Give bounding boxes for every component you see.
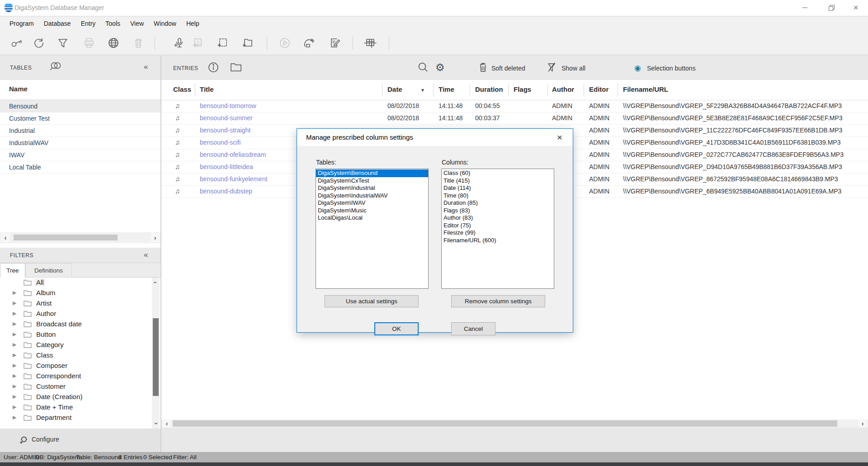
- column-divider[interactable]: [584, 83, 584, 97]
- dialog-table-option[interactable]: LocalDigas\Local: [316, 214, 428, 222]
- dialog-close-icon[interactable]: ×: [553, 131, 566, 144]
- show-all-label[interactable]: Show all: [561, 65, 585, 72]
- col-header-class[interactable]: Class: [173, 85, 191, 93]
- col-header-time[interactable]: Time: [439, 85, 454, 93]
- dialog-column-option[interactable]: Duration (85): [442, 199, 554, 207]
- cancel-button[interactable]: Cancel: [451, 322, 495, 335]
- expand-arrow-icon[interactable]: ▶: [13, 311, 16, 316]
- entry-title[interactable]: bensound-tomorrow: [200, 102, 256, 109]
- entry-title[interactable]: bensound-summer: [200, 114, 253, 122]
- column-divider[interactable]: [508, 83, 509, 97]
- col-header-editor[interactable]: Editor: [589, 85, 609, 93]
- dialog-tables-listbox[interactable]: DigaSystem\Bensound DigaSystem\CxTest Di…: [316, 169, 429, 289]
- folder-icon[interactable]: [230, 63, 242, 74]
- broadcast-icon[interactable]: [302, 36, 316, 50]
- tab-definitions[interactable]: Definitions: [25, 263, 72, 278]
- collapse-filters-icon[interactable]: «: [144, 250, 148, 259]
- tree-item[interactable]: ▶ Correspondent: [0, 371, 160, 381]
- tree-item[interactable]: ▶ Date + Time: [0, 402, 160, 413]
- column-divider[interactable]: [382, 83, 382, 97]
- column-divider[interactable]: [547, 83, 548, 97]
- close-button[interactable]: ×: [845, 0, 866, 15]
- menu-item[interactable]: Tools: [100, 17, 125, 30]
- tree-item[interactable]: ▶ Album: [0, 288, 160, 298]
- dialog-table-option[interactable]: DigaSystem\Industrial: [316, 184, 428, 192]
- print-icon[interactable]: [82, 36, 96, 50]
- column-divider[interactable]: [618, 83, 618, 97]
- new-text-entry-icon[interactable]: A: [191, 36, 204, 50]
- key-login-icon[interactable]: [10, 36, 24, 50]
- table-list-item[interactable]: Industrial: [0, 125, 160, 137]
- dialog-column-option[interactable]: Filename/URL (600): [442, 237, 554, 245]
- expand-arrow-icon[interactable]: ▶: [13, 300, 16, 306]
- dialog-column-option[interactable]: Editor (75): [442, 222, 554, 230]
- entry-title[interactable]: bensound-dubstep: [200, 188, 252, 195]
- column-divider[interactable]: [470, 83, 470, 97]
- table-list-item[interactable]: IWAV: [0, 149, 160, 161]
- use-actual-settings-button[interactable]: Use actual settings: [325, 295, 419, 307]
- entry-title[interactable]: bensound-straight: [200, 127, 250, 134]
- dialog-column-option[interactable]: Class (60): [442, 169, 554, 177]
- table-list-item[interactable]: Bensound: [0, 100, 160, 113]
- expand-arrow-icon[interactable]: ▶: [13, 290, 16, 296]
- expand-arrow-icon[interactable]: ▶: [13, 352, 16, 358]
- globe-icon[interactable]: [107, 36, 120, 50]
- new-recording-icon[interactable]: [172, 36, 186, 50]
- menu-item[interactable]: Program: [5, 17, 39, 30]
- entry-row[interactable]: ♫ bensound-tomorrow 08/02/2018 14:11:48 …: [161, 100, 868, 113]
- dialog-column-option[interactable]: Title (415): [442, 177, 554, 185]
- soft-deleted-trash-icon[interactable]: [479, 62, 488, 74]
- col-header-filename[interactable]: Filename/URL: [623, 85, 668, 93]
- tree-item[interactable]: ▶ Artist: [0, 298, 160, 309]
- tree-item[interactable]: ▶ Button: [0, 329, 160, 340]
- entry-title[interactable]: bensound-ofeliasdream: [200, 151, 266, 158]
- col-header-flags[interactable]: Flags: [514, 85, 531, 93]
- dialog-column-option[interactable]: Author (83): [442, 214, 554, 222]
- ok-button[interactable]: OK: [374, 322, 419, 335]
- expand-arrow-icon[interactable]: ▶: [13, 331, 16, 337]
- filter-icon[interactable]: [56, 36, 70, 50]
- refresh-icon[interactable]: [32, 36, 46, 50]
- selection-buttons-eye-icon[interactable]: ◉: [634, 63, 641, 73]
- new-folder-icon[interactable]: [241, 36, 254, 50]
- soft-deleted-label[interactable]: Soft deleted: [491, 65, 525, 72]
- tables-hscrollbar[interactable]: ‹ ›: [0, 232, 160, 243]
- column-divider[interactable]: [195, 83, 195, 97]
- configure-gear-icon[interactable]: [19, 435, 29, 447]
- scroll-right-icon[interactable]: ›: [859, 419, 867, 428]
- dialog-table-option[interactable]: DigaSystem\CxTest: [316, 177, 428, 185]
- dialog-column-option[interactable]: Time (80): [442, 192, 554, 200]
- tree-item[interactable]: ▶ Date (Creation): [0, 392, 160, 402]
- tree-item[interactable]: ▶ Department: [0, 413, 160, 423]
- entries-hscrollbar[interactable]: ‹ ›: [161, 419, 868, 428]
- expand-arrow-icon[interactable]: ▶: [13, 394, 16, 400]
- entry-title[interactable]: bensound-funkyelement: [200, 175, 267, 183]
- table-list-item[interactable]: Customer Test: [0, 113, 160, 125]
- entry-row[interactable]: ♫ bensound-summer 08/02/2018 14:11:48 00…: [161, 113, 868, 125]
- scroll-left-icon[interactable]: ‹: [1, 233, 10, 242]
- dialog-table-option[interactable]: DigaSystem\IWAV: [316, 199, 428, 207]
- dialog-column-option[interactable]: Flags (83): [442, 207, 554, 215]
- table-columns-icon[interactable]: [363, 36, 377, 50]
- restore-button[interactable]: [821, 0, 842, 15]
- collapse-tables-icon[interactable]: «: [144, 62, 148, 71]
- tree-item[interactable]: ▶ All: [0, 278, 160, 288]
- dialog-table-option[interactable]: DigaSystem\Bensound: [316, 169, 428, 177]
- dialog-columns-listbox[interactable]: Class (60) Title (415) Date (114) Time (…: [441, 169, 554, 289]
- menu-item[interactable]: Entry: [76, 17, 101, 30]
- trash-icon[interactable]: [132, 36, 145, 50]
- tables-hscroll-thumb[interactable]: [14, 235, 118, 240]
- entries-hscroll-thumb[interactable]: [173, 420, 837, 427]
- settings-gear-icon[interactable]: ⚙: [435, 61, 445, 73]
- menu-item[interactable]: Help: [181, 17, 204, 30]
- scroll-up-icon[interactable]: ‹: [152, 278, 160, 287]
- entry-title[interactable]: bensound-scifi: [200, 139, 241, 146]
- scroll-down-icon[interactable]: ‹: [152, 419, 160, 428]
- table-list-item[interactable]: IndustrialWAV: [0, 137, 160, 149]
- expand-arrow-icon[interactable]: ▶: [13, 362, 16, 368]
- tree-item[interactable]: ▶ Author: [0, 309, 160, 319]
- dialog-column-option[interactable]: Filesize (99): [442, 229, 554, 237]
- table-search-icon[interactable]: [49, 61, 62, 75]
- selection-buttons-label[interactable]: Selection buttons: [647, 65, 695, 72]
- tree-item[interactable]: ▶ Category: [0, 340, 160, 350]
